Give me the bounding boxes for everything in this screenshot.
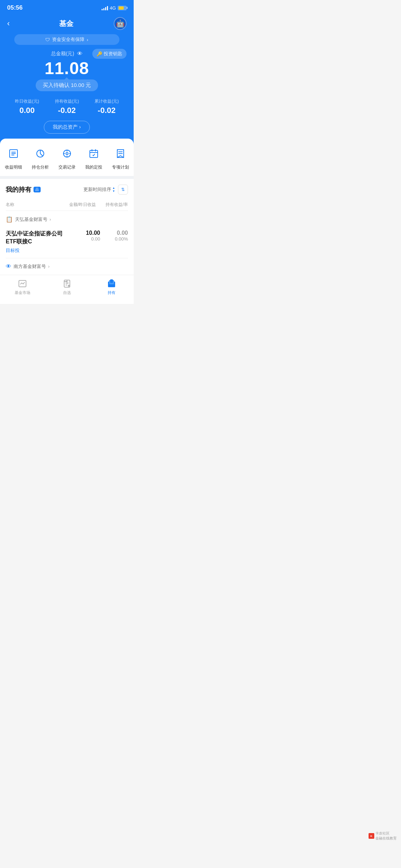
sort-label: 更新时间排序 — [83, 186, 111, 193]
sort-toggle-button[interactable]: ⇅ — [118, 185, 128, 195]
holdings-section: 我的持有 品 更新时间排序 ▲ ▼ ⇅ 名称 金额/昨日收益 持有收益/率 📋 … — [0, 179, 134, 275]
signal-icon — [102, 6, 108, 10]
page-header: ‹ 基金 🤖 — [0, 14, 134, 34]
svg-rect-27 — [110, 279, 113, 283]
holdings-badge: 品 — [34, 187, 41, 192]
yesterday-value: 0.00 — [7, 106, 47, 115]
back-button[interactable]: ‹ — [7, 19, 19, 28]
provider-arrow-1: › — [50, 217, 51, 222]
menu-item-profit[interactable]: 收益明细 — [5, 146, 22, 170]
page-title: 基金 — [59, 19, 73, 29]
provider-name-2: 南方基金财富号 — [14, 263, 46, 270]
network-label: 4G — [110, 5, 116, 11]
menu-item-plan[interactable]: 专项计划 — [112, 146, 129, 170]
nav-market-label: 基金市场 — [15, 290, 30, 295]
svg-rect-11 — [90, 150, 98, 157]
holdings-title: 我的持有 — [6, 185, 31, 194]
total-label: 总金额(元) — [51, 51, 74, 57]
sort-button[interactable]: 更新时间排序 ▲ ▼ — [83, 186, 115, 193]
quick-menu: 收益明细 持仓分析 交易记录 — [0, 139, 134, 176]
menu-item-trades[interactable]: 交易记录 — [58, 146, 76, 170]
cumulative-value: -0.02 — [87, 106, 127, 115]
svg-point-6 — [66, 153, 68, 155]
provider-icon-1: 📋 — [6, 216, 13, 223]
pie-icon — [32, 146, 48, 161]
fund-return-val-1: 0.00 — [117, 230, 128, 236]
invest-key-label: 投资钥匙 — [104, 51, 122, 57]
security-banner[interactable]: 🛡 资金安全有保障 › — [14, 34, 119, 45]
provider-row-tianhong[interactable]: 📋 天弘基金财富号 › — [6, 211, 128, 226]
cumulative-return: 累计收益(元) -0.02 — [87, 98, 127, 115]
profit-icon — [6, 146, 21, 161]
eye-icon[interactable]: 👁 — [77, 51, 83, 57]
fund-info-1: 天弘中证全指证券公司ETF联接C 目标投 — [6, 230, 72, 254]
cumulative-label: 累计收益(元) — [87, 98, 127, 104]
menu-item-invest[interactable]: 我的定投 — [85, 146, 102, 170]
invest-key-button[interactable]: 🔑 投资钥匙 — [92, 49, 127, 59]
analysis-label: 持仓分析 — [32, 164, 49, 170]
battery-icon: ⚡ — [118, 6, 127, 10]
fund-return-pct-1: 0.00% — [115, 236, 128, 242]
calendar-icon — [86, 146, 102, 161]
menu-item-analysis[interactable]: 持仓分析 — [32, 146, 49, 170]
provider-row-nanfang[interactable]: 👁 南方基金财富号 › — [6, 258, 128, 275]
fund-name-1: 天弘中证全指证券公司ETF联接C — [6, 230, 72, 246]
security-arrow: › — [87, 37, 88, 42]
trades-label: 交易记录 — [58, 164, 76, 170]
fund-item-1[interactable]: 天弘中证全指证券公司ETF联接C 目标投 10.00 0.00 0.00 0.0… — [6, 226, 128, 258]
fund-amount-1: 10.00 — [86, 230, 100, 236]
total-row: 总金额(元) 👁 🔑 投资钥匙 — [7, 51, 127, 57]
bookmark-icon — [113, 146, 128, 161]
sort-row: 更新时间排序 ▲ ▼ ⇅ — [83, 185, 128, 195]
holdings-header: 我的持有 品 更新时间排序 ▲ ▼ ⇅ — [6, 185, 128, 195]
security-text: 资金安全有保障 — [52, 36, 84, 43]
key-icon: 🔑 — [97, 51, 102, 57]
watchlist-icon — [62, 279, 72, 289]
status-icons: 4G ⚡ — [102, 5, 127, 11]
provider-name-1: 天弘基金财富号 — [15, 216, 47, 223]
nav-holdings-label: 持有 — [108, 290, 115, 295]
status-bar: 05:56 4G ⚡ — [0, 0, 134, 14]
col-amount: 金额/昨日收益 — [64, 202, 96, 208]
fund-daily-1: 0.00 — [91, 236, 100, 242]
section-divider — [0, 176, 134, 179]
nav-watchlist[interactable]: 自选 — [45, 279, 89, 295]
table-header: 名称 金额/昨日收益 持有收益/率 — [6, 199, 128, 211]
holding-return: 持有收益(元) -0.02 — [47, 98, 87, 115]
metrics-row: 昨日收益(元) 0.00 持有收益(元) -0.02 累计收益(元) -0.02 — [7, 98, 127, 115]
avatar[interactable]: 🤖 — [114, 17, 127, 30]
blue-section: 🛡 资金安全有保障 › 总金额(元) 👁 🔑 投资钥匙 11.08 买入待确认 … — [0, 34, 134, 144]
nav-holdings[interactable]: 持有 — [89, 279, 134, 295]
shield-icon: 🛡 — [45, 37, 50, 42]
compass-icon — [59, 146, 75, 161]
nav-watchlist-label: 自选 — [63, 290, 71, 295]
holdings-icon — [107, 279, 117, 289]
total-assets-button[interactable]: 我的总资产 › — [44, 121, 90, 134]
total-amount: 11.08 — [7, 58, 127, 78]
holdings-title-row: 我的持有 品 — [6, 185, 41, 194]
provider-arrow-2: › — [48, 264, 50, 269]
sort-toggle-icon: ⇅ — [121, 187, 125, 192]
status-time: 05:56 — [7, 4, 22, 11]
col-name: 名称 — [6, 202, 64, 208]
total-assets-label: 我的总资产 › — [53, 124, 81, 130]
col-returns: 持有收益/率 — [96, 202, 128, 208]
profit-label: 收益明细 — [5, 164, 22, 170]
sort-arrows-icon: ▲ ▼ — [112, 187, 115, 193]
plan-label: 专项计划 — [112, 164, 129, 170]
bottom-nav: 基金市场 自选 持有 — [0, 275, 134, 304]
holding-label: 持有收益(元) — [47, 98, 87, 104]
pending-tag: 买入待确认 10.00 元 — [36, 79, 98, 91]
fund-tag-1[interactable]: 目标投 — [6, 247, 72, 254]
provider-icon-2: 👁 — [6, 263, 11, 270]
invest-label: 我的定投 — [85, 164, 102, 170]
robot-icon: 🤖 — [116, 19, 125, 28]
holding-value: -0.02 — [47, 106, 87, 115]
yesterday-label: 昨日收益(元) — [7, 98, 47, 104]
battery-fill: ⚡ — [119, 6, 124, 10]
nav-market[interactable]: 基金市场 — [0, 279, 45, 295]
market-icon — [17, 279, 27, 289]
yesterday-return: 昨日收益(元) 0.00 — [7, 98, 47, 115]
